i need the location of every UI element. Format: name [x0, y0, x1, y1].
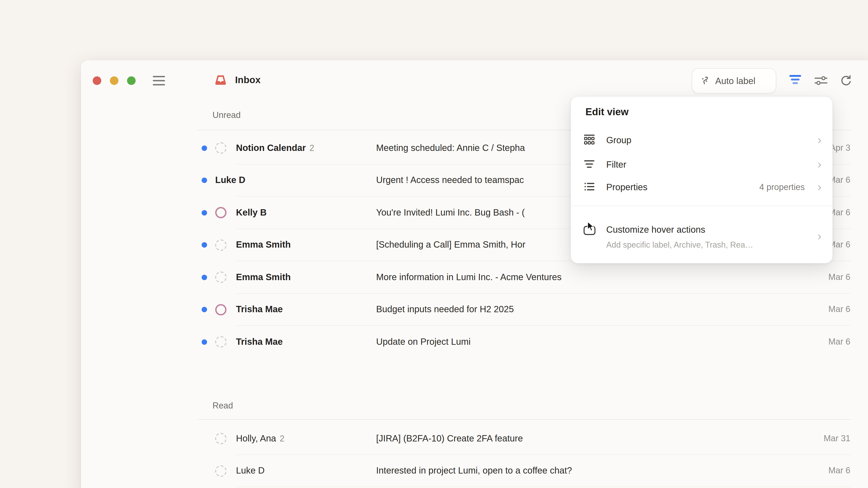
email-date: Mar 31 — [824, 433, 850, 444]
email-sender: Holly, Ana — [236, 433, 276, 443]
menu-item-sublabel: Add specific label, Archive, Trash, Rea… — [606, 240, 753, 250]
email-sender: Emma Smith — [236, 272, 291, 282]
chevron-right-icon: › — [817, 158, 822, 171]
chevron-right-icon: › — [817, 180, 822, 194]
auto-label-button[interactable]: Auto label — [692, 68, 776, 94]
unread-dot — [202, 145, 207, 151]
page-title: Inbox — [235, 74, 260, 86]
menu-item-label: Properties — [606, 182, 647, 193]
sliders-icon[interactable] — [813, 74, 829, 87]
chevron-right-icon: › — [817, 133, 822, 147]
section-header-unread: Unread — [213, 110, 241, 120]
email-sender: Emma Smith — [236, 240, 291, 250]
email-date: Mar 6 — [829, 272, 850, 282]
zoom-window-button[interactable] — [127, 76, 135, 85]
email-sender: Kelly B — [236, 207, 267, 217]
email-row[interactable]: Emma Smith More information in Lumi Inc.… — [197, 261, 851, 293]
edit-view-menu: Edit view Group › — [570, 96, 833, 263]
email-sender: Notion Calendar — [236, 143, 306, 153]
email-subject: More information in Lumi Inc. - Acme Ven… — [376, 272, 561, 283]
filter-icon[interactable] — [788, 74, 802, 87]
email-sender: Luke D — [215, 175, 245, 185]
refresh-icon[interactable] — [839, 74, 852, 87]
avatar — [215, 433, 226, 445]
filter-lines-icon — [583, 158, 595, 172]
email-date: Mar 6 — [829, 304, 850, 315]
avatar — [215, 142, 226, 154]
unread-dot — [202, 242, 207, 248]
section-divider — [197, 419, 851, 420]
unread-dot — [202, 275, 207, 280]
email-subject: Budget inputs needed for H2 2025 — [376, 304, 514, 315]
menu-item-filter[interactable]: Filter › — [571, 155, 832, 175]
email-subject: [Scheduling a Call] Emma Smith, Hor — [376, 240, 525, 250]
menu-item-label: Customize hover actions — [606, 225, 705, 235]
email-date: Mar 6 — [829, 337, 850, 347]
email-date: Apr 3 — [830, 143, 850, 153]
email-subject: Interested in project Lumi, open to a co… — [376, 466, 572, 476]
edit-view-menu-title: Edit view — [585, 106, 629, 118]
email-sender: Luke D — [236, 466, 265, 476]
menu-item-properties[interactable]: Properties 4 properties › — [571, 177, 832, 198]
minimize-window-button[interactable] — [110, 76, 119, 85]
email-subject: Update on Project Lumi — [376, 337, 471, 347]
mouse-cursor — [587, 221, 595, 234]
properties-count: 4 properties — [759, 182, 805, 192]
email-row[interactable]: Holly, Ana2 [JIRA] (B2FA-10) Create 2FA … — [197, 422, 851, 455]
chevron-right-icon: › — [817, 229, 822, 243]
avatar — [215, 336, 226, 348]
avatar — [215, 304, 226, 315]
email-date: Mar 6 — [829, 466, 850, 476]
desktop: Inbox Auto label Unread Notion Calendar2 — [0, 0, 868, 488]
auto-label-button-label: Auto label — [715, 76, 755, 86]
avatar — [215, 207, 226, 219]
email-sender: Trisha Mae — [236, 304, 283, 314]
avatar — [215, 239, 226, 251]
unread-dot — [202, 339, 207, 345]
email-subject: Meeting scheduled: Annie C / Stepha — [376, 143, 525, 153]
email-thread-count: 2 — [309, 143, 314, 153]
menu-item-label: Group — [606, 135, 631, 145]
menu-item-label: Filter — [606, 160, 626, 170]
menu-divider — [571, 205, 832, 206]
inbox-icon — [214, 74, 227, 87]
email-subject: [JIRA] (B2FA-10) Create 2FA feature — [376, 433, 523, 444]
properties-list-icon — [583, 181, 595, 194]
email-row[interactable]: Trisha Mae Update on Project Lumi Mar 6 — [197, 326, 851, 358]
email-sender: Trisha Mae — [236, 337, 283, 347]
avatar — [215, 465, 226, 477]
email-row[interactable]: Luke D Interested in project Lumi, open … — [197, 455, 851, 487]
section-header-read: Read — [213, 401, 233, 411]
menu-item-customize-hover-actions[interactable]: Customize hover actions Add specific lab… — [571, 213, 832, 257]
email-row[interactable]: Trisha Mae Budget inputs needed for H2 2… — [197, 293, 851, 326]
close-window-button[interactable] — [93, 76, 101, 85]
read-email-list: Holly, Ana2 [JIRA] (B2FA-10) Create 2FA … — [197, 422, 851, 487]
auto-label-pen-icon — [700, 75, 711, 87]
email-subject: You're Invited! Lumi Inc. Bug Bash - ( — [376, 207, 525, 218]
email-thread-count: 2 — [280, 434, 284, 443]
hamburger-menu-icon[interactable] — [153, 76, 165, 86]
unread-dot — [202, 178, 207, 183]
email-subject: Urgent ! Access needed to teamspac — [376, 175, 524, 186]
unread-dot — [202, 210, 207, 216]
group-icon — [583, 134, 595, 147]
avatar — [215, 272, 226, 283]
menu-item-group[interactable]: Group › — [571, 130, 832, 151]
unread-dot — [202, 307, 207, 313]
